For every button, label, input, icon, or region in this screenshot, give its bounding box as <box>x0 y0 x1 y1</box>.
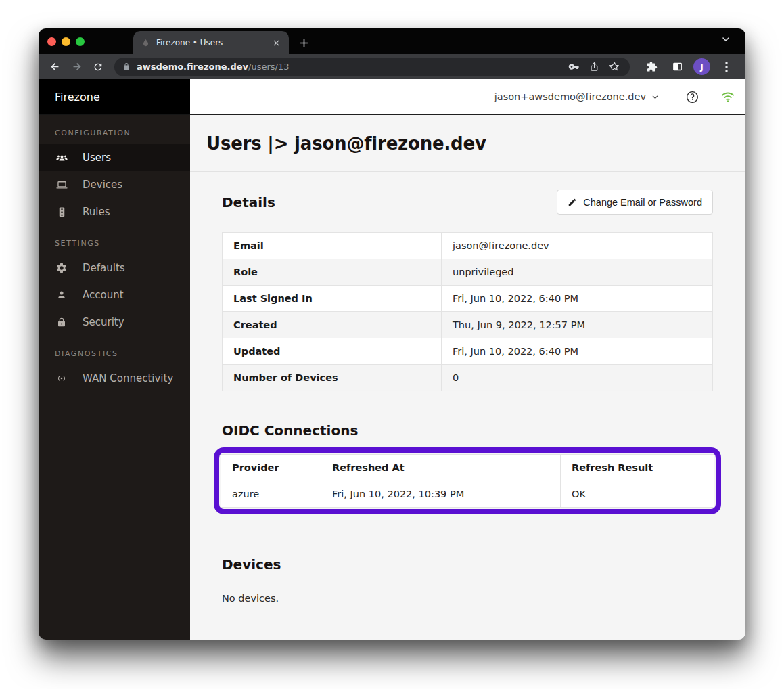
side-panel-icon[interactable] <box>668 58 687 76</box>
sidebar-item-label: Security <box>83 316 124 328</box>
zoom-window-button[interactable] <box>76 37 85 46</box>
sidebar-item-account[interactable]: Account <box>39 282 190 309</box>
detail-label: Email <box>223 233 442 259</box>
help-icon <box>685 90 699 104</box>
connectivity-button[interactable] <box>710 79 745 114</box>
users-group-icon <box>55 152 68 164</box>
table-row: Created Thu, Jun 9, 2022, 12:57 PM <box>223 312 713 338</box>
oidc-highlight-annotation: Provider Refreshed At Refresh Result azu… <box>214 447 721 514</box>
share-icon[interactable] <box>589 61 599 72</box>
extensions-puzzle-icon[interactable] <box>642 58 661 76</box>
close-window-button[interactable] <box>47 37 56 46</box>
forward-icon[interactable] <box>67 58 86 76</box>
account-menu[interactable]: jason+awsdemo@firezone.dev <box>480 79 674 114</box>
sidebar-item-defaults[interactable]: Defaults <box>39 254 190 282</box>
sidebar-item-rules[interactable]: Rules <box>39 198 190 225</box>
column-header-provider: Provider <box>221 455 321 481</box>
oidc-provider: azure <box>221 481 321 508</box>
sidebar-section-settings: SETTINGS <box>39 225 190 254</box>
account-email: jason+awsdemo@firezone.dev <box>494 91 646 102</box>
tab-title: Firezone • Users <box>156 38 270 47</box>
app-topbar: jason+awsdemo@firezone.dev <box>190 79 745 115</box>
table-row: Updated Fri, Jun 10, 2022, 6:40 PM <box>223 338 713 365</box>
new-tab-button[interactable] <box>294 33 313 52</box>
brand-logo[interactable]: Firezone <box>39 79 190 115</box>
tab-strip: Firezone • Users <box>39 28 745 54</box>
devices-empty-text: No devices. <box>222 593 713 604</box>
gear-icon <box>55 262 68 274</box>
page-title: Users |> jason@firezone.dev <box>206 133 486 154</box>
address-bar[interactable]: awsdemo.firezone.dev/users/13 <box>114 58 630 76</box>
browser-tab[interactable]: Firezone • Users <box>133 31 289 54</box>
table-row: Role unprivileged <box>223 259 713 286</box>
detail-value: Fri, Jun 10, 2022, 6:40 PM <box>442 286 713 312</box>
traffic-rules-icon <box>55 206 68 218</box>
firezone-app: Firezone CONFIGURATION Users Devices <box>39 79 745 640</box>
sidebar-item-devices[interactable]: Devices <box>39 171 190 198</box>
table-row: Email jason@firezone.dev <box>223 233 713 259</box>
sidebar-section-configuration: CONFIGURATION <box>39 115 190 144</box>
tab-search-chevron-icon[interactable] <box>721 35 731 44</box>
detail-label: Updated <box>223 338 442 365</box>
help-button[interactable] <box>674 79 710 114</box>
sidebar-item-users[interactable]: Users <box>39 144 190 171</box>
minimize-window-button[interactable] <box>62 37 70 46</box>
browser-window: Firezone • Users <box>39 28 745 640</box>
details-header-row: Details Change Email or Password <box>222 190 713 215</box>
sidebar-item-security[interactable]: Security <box>39 309 190 336</box>
traffic-lights <box>39 28 94 54</box>
devices-section: Devices No devices. <box>222 556 713 604</box>
sidebar-item-label: Devices <box>83 179 122 191</box>
sidebar-section-diagnostics: DIAGNOSTICS <box>39 336 190 365</box>
tab-close-icon[interactable] <box>270 37 282 49</box>
column-header-refreshed-at: Refreshed At <box>321 455 561 481</box>
main-area: jason+awsdemo@firezone.dev Users |> jaso… <box>190 79 745 640</box>
sidebar-item-label: WAN Connectivity <box>83 372 173 384</box>
table-row: Last Signed In Fri, Jun 10, 2022, 6:40 P… <box>223 286 713 312</box>
table-row: Number of Devices 0 <box>223 365 713 391</box>
detail-value: jason@firezone.dev <box>442 233 713 259</box>
detail-value: unprivileged <box>442 259 713 286</box>
page-content: Details Change Email or Password Email j… <box>190 172 745 640</box>
pencil-icon <box>568 198 577 207</box>
oidc-refreshed-at: Fri, Jun 10, 2022, 10:39 PM <box>321 481 561 508</box>
change-email-password-label: Change Email or Password <box>583 197 702 208</box>
url-path: /users/13 <box>248 62 289 72</box>
wifi-icon <box>720 91 735 103</box>
detail-value: Fri, Jun 10, 2022, 6:40 PM <box>442 338 713 365</box>
detail-value: 0 <box>442 365 713 391</box>
lock-icon <box>55 317 68 328</box>
reload-icon[interactable] <box>89 58 108 76</box>
https-lock-icon[interactable] <box>122 62 131 71</box>
detail-label: Created <box>223 312 442 338</box>
detail-label: Last Signed In <box>223 286 442 312</box>
sidebar-item-label: Account <box>83 289 124 301</box>
sidebar-item-label: Users <box>83 152 111 164</box>
back-icon[interactable] <box>45 58 64 76</box>
oidc-section: OIDC Connections Provider Refreshed At R… <box>222 422 713 514</box>
sidebar-item-label: Defaults <box>83 262 125 274</box>
person-icon <box>55 289 68 301</box>
table-header-row: Provider Refreshed At Refresh Result <box>221 455 714 481</box>
url-domain: awsdemo.firezone.dev <box>137 62 248 72</box>
oidc-heading: OIDC Connections <box>222 422 358 439</box>
details-heading: Details <box>222 194 275 210</box>
wan-signal-icon <box>55 372 68 384</box>
detail-label: Number of Devices <box>223 365 442 391</box>
screenshot-stage: Firezone • Users <box>0 0 784 689</box>
browser-profile-avatar[interactable]: J <box>693 58 710 75</box>
chevron-down-icon <box>651 93 659 101</box>
details-table: Email jason@firezone.dev Role unprivileg… <box>222 232 713 391</box>
sidebar-item-label: Rules <box>83 206 110 218</box>
oidc-table: Provider Refreshed At Refresh Result azu… <box>221 454 714 508</box>
sidebar: Firezone CONFIGURATION Users Devices <box>39 79 190 640</box>
change-email-password-button[interactable]: Change Email or Password <box>557 190 713 215</box>
table-row: azure Fri, Jun 10, 2022, 10:39 PM OK <box>221 481 714 508</box>
detail-label: Role <box>223 259 442 286</box>
detail-value: Thu, Jun 9, 2022, 12:57 PM <box>442 312 713 338</box>
toolbar-right: J <box>637 58 739 76</box>
password-key-icon[interactable] <box>568 61 580 72</box>
sidebar-item-wan-connectivity[interactable]: WAN Connectivity <box>39 365 190 392</box>
browser-menu-kebab-icon[interactable] <box>717 58 736 76</box>
bookmark-star-icon[interactable] <box>609 61 620 72</box>
